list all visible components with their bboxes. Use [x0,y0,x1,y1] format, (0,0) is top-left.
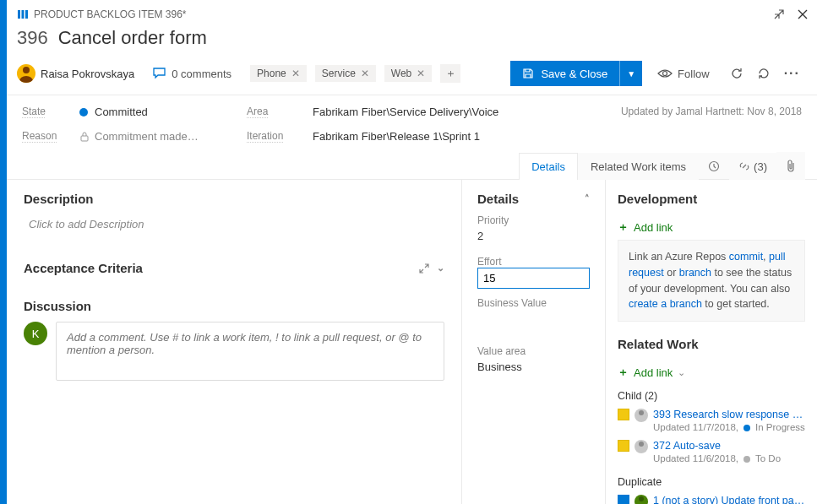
save-close-button[interactable]: Save & Close ▼ [510,61,642,86]
business-value-value[interactable] [477,309,590,333]
assignee-name: Raisa Pokrovskaya [41,68,134,80]
link-create-branch[interactable]: create a branch [629,298,702,310]
state-label: State [22,106,73,118]
plus-icon: ＋ [618,219,629,235]
tag-remove-icon[interactable]: ✕ [291,68,300,79]
area-label: Area [247,106,306,118]
task-type-icon [618,409,629,420]
pbi-type-icon [17,8,29,20]
comments-count: 0 comments [172,68,231,80]
window-title: PRODUCT BACKLOG ITEM 396* [34,8,187,20]
restore-window-icon[interactable] [773,8,785,20]
pbi-type-icon [618,495,629,504]
link-branch[interactable]: branch [679,267,711,279]
iteration-label: Iteration [247,130,306,143]
assignee-avatar-icon [635,495,648,504]
chevron-down-icon: ⌄ [678,367,685,378]
reason-label: Reason [22,130,73,143]
related-item[interactable]: 372 Auto-save Updated 11/6/2018, To Do [618,436,805,468]
tab-details[interactable]: Details [519,153,578,180]
description-heading: Description [24,192,94,206]
tag-remove-icon[interactable]: ✕ [361,68,369,79]
lock-icon [79,132,90,142]
comment-icon [153,68,166,79]
add-dev-link-button[interactable]: ＋ Add link [618,214,805,240]
task-type-icon [618,440,629,452]
effort-label: Effort [477,256,590,268]
related-work-heading: Related Work [618,337,699,351]
assignee-avatar-icon [635,409,648,422]
current-user-avatar: K [24,322,47,345]
save-dropdown[interactable]: ▼ [619,61,642,86]
tag-web[interactable]: Web ✕ [384,65,432,82]
description-editor[interactable]: Click to add Description [24,214,444,251]
updated-by-text: Updated by Jamal Hartnett: Nov 8, 2018 [621,106,802,117]
priority-value[interactable]: 2 [477,226,590,251]
status-dot-icon [743,425,750,431]
tab-attachments[interactable] [776,152,805,180]
save-icon [522,68,534,79]
follow-button[interactable]: Follow [657,68,710,80]
comments-button[interactable]: 0 comments [153,68,231,80]
expand-icon[interactable] [418,263,430,274]
area-value[interactable]: Fabrikam Fiber\Service Delivery\Voice [313,106,621,118]
svg-point-3 [663,72,667,76]
tag-remove-icon[interactable]: ✕ [417,68,425,79]
child-group-label: Child (2) [618,390,805,402]
value-area-label: Value area [477,345,590,357]
chevron-down-icon[interactable]: ⌄ [437,263,444,274]
svg-rect-4 [81,136,88,141]
effort-input[interactable] [477,268,590,289]
value-area-value[interactable]: Business [477,357,590,382]
add-tag-button[interactable]: ＋ [440,64,460,83]
add-related-link-button[interactable]: ＋ Add link ⌄ [618,360,805,385]
reason-value[interactable]: Commitment made… [79,130,240,143]
assignee-picker[interactable]: Raisa Pokrovskaya [17,64,134,83]
business-value-label: Business Value [477,297,590,309]
link-commit[interactable]: commit [729,251,763,263]
discussion-heading: Discussion [24,299,91,313]
work-item-title[interactable]: Cancel order form [58,27,207,49]
undo-button[interactable] [752,67,776,80]
tab-related-work-items[interactable]: Related Work items [578,153,699,180]
iteration-value[interactable]: Fabrikam Fiber\Release 1\Sprint 1 [313,130,621,143]
chevron-up-icon[interactable]: ˄ [585,193,590,204]
related-item[interactable]: 1 (not a story) Update front pa… Updated… [618,491,805,504]
svg-rect-1 [22,10,25,19]
details-heading: Details [477,192,519,206]
tag-service[interactable]: Service ✕ [315,65,376,82]
svg-rect-2 [25,10,28,19]
state-dot-icon [79,108,88,117]
discussion-input[interactable] [56,322,444,381]
svg-rect-0 [18,10,20,19]
status-dot-icon [743,456,750,463]
development-help-text: Link an Azure Repos commit, pull request… [618,240,805,322]
avatar [17,64,35,83]
assignee-avatar-icon [635,440,648,453]
eye-icon [657,68,673,79]
duplicate-group-label: Duplicate [618,476,805,488]
tag-phone[interactable]: Phone ✕ [250,65,307,82]
development-heading: Development [618,192,697,206]
acceptance-criteria-heading: Acceptance Criteria [24,261,143,275]
tab-history[interactable] [699,153,729,179]
state-value[interactable]: Committed [79,106,240,118]
refresh-button[interactable] [725,67,749,80]
related-item[interactable]: 393 Research slow response ti… Updated 1… [618,405,805,436]
priority-label: Priority [477,214,590,226]
tab-links[interactable]: (3) [729,153,776,180]
more-actions-button[interactable]: ··· [779,66,805,81]
plus-icon: ＋ [618,365,629,380]
close-window-icon[interactable] [797,8,809,20]
work-item-id: 396 [17,27,48,49]
